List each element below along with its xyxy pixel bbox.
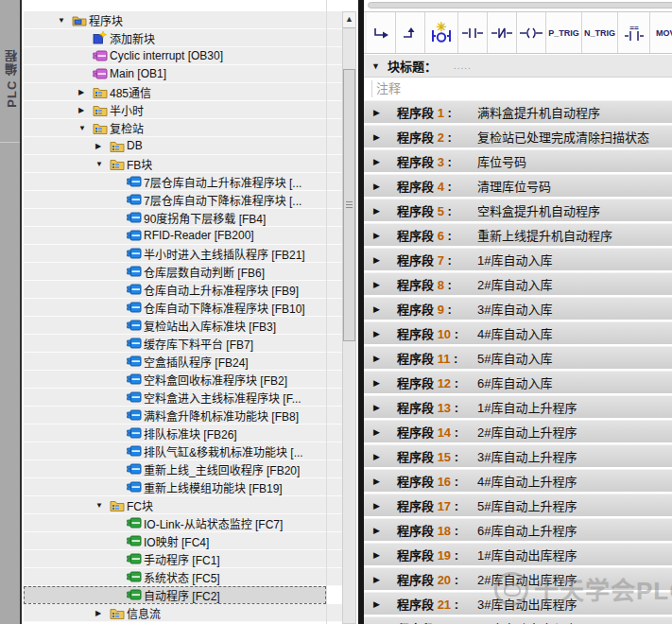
expand-chevron-icon[interactable]: ▶: [373, 157, 397, 166]
expand-chevron-icon[interactable]: ▶: [373, 575, 397, 584]
network-row[interactable]: ▶程序段 17 :5#库自动上升程序: [364, 494, 672, 516]
collapse-chevron-icon[interactable]: ▼: [95, 160, 110, 168]
tree-item[interactable]: ▶485通信: [24, 83, 342, 101]
toolbar-p-trig-button[interactable]: P_TRIG: [546, 12, 582, 53]
tree-item[interactable]: ▼复检站: [24, 119, 342, 137]
expand-chevron-icon[interactable]: ▶: [373, 378, 397, 388]
network-row[interactable]: ▶程序段 21 :3#库自动出库程序: [364, 592, 672, 615]
block-comment-placeholder[interactable]: 注释: [371, 80, 401, 97]
expand-chevron-icon[interactable]: ▶: [373, 182, 397, 191]
tree-item[interactable]: 空料盒回收标准程序块 [FB2]: [24, 371, 342, 389]
expand-chevron-icon[interactable]: ▶: [373, 206, 397, 216]
toolbar-n-trig-button[interactable]: N_TRIG: [582, 12, 618, 53]
expand-chevron-icon[interactable]: ▶: [373, 403, 397, 412]
tree-item[interactable]: 缓存库下料平台 [FB7]: [24, 335, 342, 353]
network-row[interactable]: ▶程序段 14 :2#库自动上升程序: [364, 420, 672, 442]
expand-chevron-icon[interactable]: ▶: [373, 132, 397, 142]
expand-chevron-icon[interactable]: ▶: [373, 255, 397, 265]
tree-item[interactable]: 复检站出入库标准块 [FB3]: [24, 317, 342, 335]
toolbar-coil-icon[interactable]: [517, 12, 546, 53]
tree-item[interactable]: 仓库层数自动判断 [FB6]: [24, 263, 342, 281]
tree-item[interactable]: 90度拐角下层移载 [FB4]: [24, 209, 342, 227]
expand-chevron-icon[interactable]: ▶: [373, 231, 397, 240]
tree-item[interactable]: ▼程序块: [24, 11, 342, 29]
network-row[interactable]: ▶程序段 12 :6#库自动入库: [364, 371, 672, 393]
expand-chevron-icon[interactable]: ▶: [373, 304, 397, 314]
tree-item[interactable]: 7层仓库自动上升标准程序块 [...: [24, 173, 342, 191]
collapse-chevron-icon[interactable]: ▼: [371, 61, 380, 71]
collapse-chevron-icon[interactable]: ▼: [78, 124, 93, 132]
tree-item[interactable]: 空盒插队程序 [FB24]: [24, 353, 342, 371]
network-row[interactable]: ▶程序段 4 :清理库位号码: [364, 174, 672, 197]
network-row[interactable]: ▶程序段 2 :复检站已处理完成清除扫描状态: [364, 125, 672, 147]
expand-chevron-icon[interactable]: ▶: [95, 142, 110, 150]
scroll-up-icon[interactable]: ▲: [343, 12, 355, 28]
expand-chevron-icon[interactable]: ▶: [373, 354, 397, 363]
sidebar-tab-plc-programming[interactable]: PLC 编程: [0, 0, 22, 624]
network-row[interactable]: ▶程序段 8 :2#库自动入库: [364, 272, 672, 295]
network-row[interactable]: ▶程序段 11 :5#库自动入库: [364, 346, 672, 369]
tree-item[interactable]: 排队气缸&移栽机标准功能块 [...: [24, 442, 342, 460]
expand-chevron-icon[interactable]: ▶: [373, 280, 397, 289]
network-row[interactable]: ▶程序段 19 :1#库自动出库程序: [364, 543, 672, 565]
tree-item[interactable]: RFID-Reader [FB200]: [24, 227, 342, 245]
tree-item[interactable]: 仓库自动下降标准程序块 [FB10]: [24, 299, 342, 317]
block-title-row[interactable]: ▼ 块标题： .....: [364, 55, 672, 78]
expand-chevron-icon[interactable]: ▶: [373, 526, 397, 535]
expand-chevron-icon[interactable]: ▶: [78, 106, 93, 114]
expand-chevron-icon[interactable]: ▶: [95, 609, 110, 617]
tree-item[interactable]: IO映射 [FC4]: [24, 532, 342, 550]
tree-item[interactable]: 仓库自动上升标准程序块 [FB9]: [24, 281, 342, 299]
expand-chevron-icon[interactable]: ▶: [373, 452, 397, 461]
network-row[interactable]: ▶程序段 3 :库位号码: [364, 149, 672, 172]
expand-chevron-icon[interactable]: ▶: [373, 599, 397, 609]
tree-item[interactable]: 重新上线_主线回收程序 [FB20]: [24, 460, 342, 478]
collapse-chevron-icon[interactable]: ▼: [58, 16, 72, 25]
tree-scrollbar[interactable]: ▲: [342, 11, 356, 624]
expand-chevron-icon[interactable]: ▶: [373, 108, 397, 117]
block-comment-row[interactable]: 注释: [364, 78, 672, 99]
toolbar-compare-icon[interactable]: ==: [618, 12, 650, 53]
network-row[interactable]: ▶程序段 9 :3#库自动入库: [364, 297, 672, 320]
network-row[interactable]: ▶程序段 5 :空料盒提升机自动程序: [364, 199, 672, 221]
tree-item[interactable]: 添加新块: [24, 29, 342, 47]
network-row[interactable]: ▶程序段 15 :3#库自动上升程序: [364, 444, 672, 467]
network-row[interactable]: ▶程序段 16 :4#库自动上升程序: [364, 469, 672, 492]
tree-item[interactable]: 7层仓库自动下降标准程序块 [...: [24, 191, 342, 209]
scrollbar-thumb[interactable]: [343, 69, 355, 341]
toolbar-normally-open-contact-icon[interactable]: [458, 12, 488, 53]
tree-item[interactable]: ▶信息流: [24, 604, 342, 622]
tree-item[interactable]: ▼FC块: [24, 496, 342, 514]
toolbar-open-branch-icon[interactable]: [396, 12, 425, 53]
network-row[interactable]: ▶程序段 7 :1#库自动入库: [364, 248, 672, 270]
tree-item[interactable]: 排队标准块 [FB26]: [24, 425, 342, 442]
toolbar-close-branch-icon[interactable]: [367, 12, 396, 53]
expand-chevron-icon[interactable]: ▶: [373, 329, 397, 338]
toolbar-move-button[interactable]: MOVE: [650, 12, 672, 53]
network-row[interactable]: ▶程序段 13 :1#库自动上升程序: [364, 395, 672, 418]
expand-chevron-icon[interactable]: ▶: [373, 427, 397, 437]
toolbar-insert-empty-box-icon[interactable]: ✳: [425, 12, 458, 53]
tree-item-selected[interactable]: 自动程序 [FC2]: [24, 586, 326, 604]
tree-item[interactable]: ▼FB块: [24, 155, 342, 173]
block-title-value[interactable]: .....: [454, 61, 472, 71]
tree-item[interactable]: 系统状态 [FC5]: [24, 568, 342, 586]
tree-item[interactable]: IO-Link-从站状态监控 [FC7]: [24, 514, 342, 532]
expand-chevron-icon[interactable]: ▶: [373, 501, 397, 511]
tree-item[interactable]: Main [OB1]: [24, 65, 342, 83]
expand-chevron-icon[interactable]: ▶: [78, 88, 93, 96]
network-row[interactable]: ▶程序段 18 :6#库自动上升程序: [364, 518, 672, 541]
tree-item[interactable]: 空料盒进入主线标准程序块 [F...: [24, 389, 342, 407]
network-row[interactable]: ▶程序段 1 :满料盒提升机自动程序: [364, 100, 672, 123]
tree-item[interactable]: 手动程序 [FC1]: [24, 550, 342, 568]
network-row[interactable]: ▶程序段 6 :重新上线提升机自动程序: [364, 223, 672, 246]
tree-item[interactable]: Cyclic interrupt [OB30]: [24, 47, 342, 65]
expand-chevron-icon[interactable]: ▶: [373, 550, 397, 560]
tree-item[interactable]: ▶DB: [24, 137, 342, 155]
tree-item[interactable]: 满料盒升降机标准功能块 [FB8]: [24, 407, 342, 425]
network-row[interactable]: ▶程序段 10 :4#库自动入库: [364, 321, 672, 344]
expand-chevron-icon[interactable]: ▶: [373, 477, 397, 486]
collapse-chevron-icon[interactable]: ▼: [95, 501, 110, 510]
tree-item[interactable]: 半小时进入主线插队程序 [FB21]: [24, 245, 342, 263]
tree-item[interactable]: 重新上线模组功能块 [FB19]: [24, 478, 342, 496]
